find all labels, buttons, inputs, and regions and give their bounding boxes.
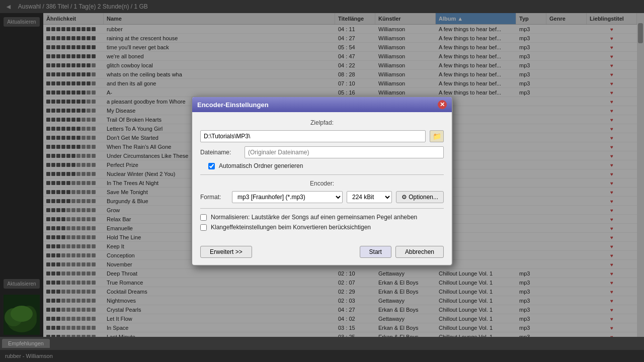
- zielpfad-input[interactable]: [200, 130, 426, 142]
- klang-row: Klangeffekteinstellungen beim Konvertier…: [200, 224, 444, 231]
- format-row: Format: mp3 [Fraunhofer] (*.mp3) mp3 [LA…: [200, 191, 444, 203]
- normalize-label: Normalisieren: Lautstärke der Songs auf …: [211, 214, 417, 221]
- encoder-settings-modal: Encoder-Einstellungen ✕ Zielpfad: 📁 Date…: [191, 96, 453, 266]
- encoder-label: Encoder:: [200, 180, 444, 187]
- abbrechen-button[interactable]: Abbrechen: [395, 246, 444, 258]
- auto-ordner-label: Automatisch Ordner generieren: [219, 162, 303, 169]
- dateiname-label: Dateiname:: [200, 149, 240, 156]
- start-button[interactable]: Start: [360, 246, 391, 258]
- normalize-row: Normalisieren: Lautstärke der Songs auf …: [200, 214, 444, 221]
- modal-title: Encoder-Einstellungen: [197, 101, 269, 109]
- format-select[interactable]: mp3 [Fraunhofer] (*.mp3) mp3 [LAME] (*.m…: [232, 191, 343, 203]
- erweitern-button[interactable]: Erweitert >>: [200, 246, 252, 258]
- zielpfad-label: Zielpfad:: [200, 119, 444, 126]
- modal-separator-2: [200, 208, 444, 209]
- klang-label: Klangeffekteinstellungen beim Konvertier…: [211, 224, 371, 231]
- dateiname-row: Dateiname:: [200, 146, 444, 158]
- dateiname-input[interactable]: [245, 146, 444, 158]
- modal-title-bar: Encoder-Einstellungen ✕: [192, 97, 452, 112]
- zielpfad-row: 📁: [200, 130, 444, 142]
- format-label: Format:: [200, 194, 228, 201]
- normalize-checkbox[interactable]: [200, 214, 207, 221]
- optionen-button[interactable]: ⚙ Optionen...: [396, 191, 444, 203]
- modal-footer: Erweitert >> Start Abbrechen: [192, 241, 452, 265]
- bitrate-select[interactable]: 128 kBit 192 kBit 224 kBit 320 kBit: [347, 191, 392, 203]
- app-container: ◄ Auswahl / 386 Titel / 1 Tag(e) 2 Stund…: [0, 0, 644, 362]
- auto-ordner-checkbox[interactable]: [208, 163, 215, 169]
- modal-separator-1: [200, 174, 444, 175]
- modal-overlay: Encoder-Einstellungen ✕ Zielpfad: 📁 Date…: [0, 0, 644, 362]
- modal-body: Zielpfad: 📁 Dateiname: Automatisch Ordne…: [192, 112, 452, 241]
- auto-ordner-row: Automatisch Ordner generieren: [200, 162, 444, 169]
- klang-checkbox[interactable]: [200, 224, 207, 231]
- folder-browse-button[interactable]: 📁: [430, 130, 444, 142]
- modal-close-button[interactable]: ✕: [438, 100, 447, 109]
